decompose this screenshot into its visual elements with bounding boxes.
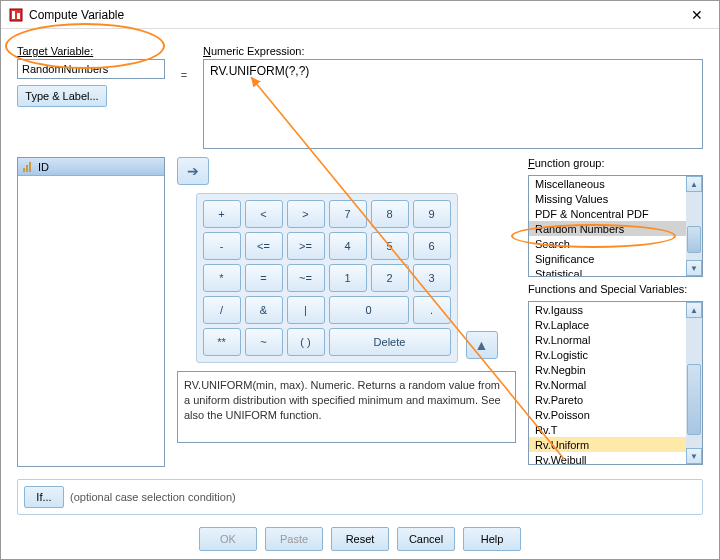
- function-group-list[interactable]: MiscellaneousMissing ValuesPDF & Noncent…: [528, 175, 703, 277]
- key-eq[interactable]: =: [245, 264, 283, 292]
- svg-rect-3: [23, 168, 25, 172]
- case-selection-row: If... (optional case selection condition…: [17, 479, 703, 515]
- svg-rect-1: [12, 11, 15, 19]
- function-item[interactable]: Rv.Lnormal: [529, 332, 686, 347]
- scale-variable-icon: [22, 161, 34, 173]
- scroll-down-icon[interactable]: ▼: [686, 448, 702, 464]
- key-lt[interactable]: <: [245, 200, 283, 228]
- function-item[interactable]: Rv.Weibull: [529, 452, 686, 465]
- help-button[interactable]: Help: [463, 527, 521, 551]
- if-button[interactable]: If...: [24, 486, 64, 508]
- insert-function-button[interactable]: ▲: [466, 331, 498, 359]
- key-gte[interactable]: >=: [287, 232, 325, 260]
- function-item[interactable]: Rv.Poisson: [529, 407, 686, 422]
- equals-sign: =: [177, 69, 191, 81]
- key-1[interactable]: 1: [329, 264, 367, 292]
- scroll-down-icon[interactable]: ▼: [686, 260, 702, 276]
- key-minus[interactable]: -: [203, 232, 241, 260]
- function-item[interactable]: Rv.T: [529, 422, 686, 437]
- app-icon: [9, 8, 23, 22]
- key-power[interactable]: **: [203, 328, 241, 356]
- key-or[interactable]: |: [287, 296, 325, 324]
- scroll-up-icon[interactable]: ▲: [686, 302, 702, 318]
- scroll-up-icon[interactable]: ▲: [686, 176, 702, 192]
- functions-label: Functions and Special Variables:: [528, 283, 703, 295]
- key-plus[interactable]: +: [203, 200, 241, 228]
- close-button[interactable]: ✕: [683, 5, 711, 25]
- key-not[interactable]: ~: [245, 328, 283, 356]
- svg-rect-5: [29, 162, 31, 172]
- function-item[interactable]: Rv.Uniform: [529, 437, 686, 452]
- function-item[interactable]: Rv.Pareto: [529, 392, 686, 407]
- scrollbar[interactable]: ▲ ▼: [686, 302, 702, 464]
- scrollbar[interactable]: ▲ ▼: [686, 176, 702, 276]
- function-group-item[interactable]: Miscellaneous: [529, 176, 686, 191]
- variable-name: ID: [38, 161, 49, 173]
- numeric-expression-input[interactable]: RV.UNIFORM(?,?): [203, 59, 703, 149]
- key-parens[interactable]: ( ): [287, 328, 325, 356]
- move-to-expression-button[interactable]: ➔: [177, 157, 209, 185]
- key-dot[interactable]: .: [413, 296, 451, 324]
- functions-list[interactable]: Rv.IgaussRv.LaplaceRv.LnormalRv.Logistic…: [528, 301, 703, 465]
- function-item[interactable]: Rv.Laplace: [529, 317, 686, 332]
- numeric-expression-label: Numeric Expression:: [203, 45, 703, 57]
- key-7[interactable]: 7: [329, 200, 367, 228]
- variable-list[interactable]: ID: [17, 157, 165, 467]
- target-variable-input[interactable]: [17, 59, 165, 79]
- compute-variable-dialog: Compute Variable ✕ Target Variable: Type…: [0, 0, 720, 560]
- function-group-item[interactable]: Search: [529, 236, 686, 251]
- function-group-item[interactable]: Significance: [529, 251, 686, 266]
- function-group-label: Function group:: [528, 157, 703, 169]
- function-group-item[interactable]: Random Numbers: [529, 221, 686, 236]
- window-title: Compute Variable: [29, 8, 683, 22]
- if-hint-text: (optional case selection condition): [70, 491, 236, 503]
- svg-rect-2: [17, 13, 20, 19]
- key-5[interactable]: 5: [371, 232, 409, 260]
- dialog-button-row: OK Paste Reset Cancel Help: [17, 527, 703, 551]
- svg-rect-0: [10, 9, 22, 21]
- target-variable-label: Target Variable:: [17, 45, 165, 57]
- function-group-item[interactable]: Missing Values: [529, 191, 686, 206]
- cancel-button[interactable]: Cancel: [397, 527, 455, 551]
- function-item[interactable]: Rv.Logistic: [529, 347, 686, 362]
- key-multiply[interactable]: *: [203, 264, 241, 292]
- key-6[interactable]: 6: [413, 232, 451, 260]
- function-item[interactable]: Rv.Normal: [529, 377, 686, 392]
- function-item[interactable]: Rv.Negbin: [529, 362, 686, 377]
- key-lte[interactable]: <=: [245, 232, 283, 260]
- variable-list-item[interactable]: ID: [18, 158, 164, 176]
- key-9[interactable]: 9: [413, 200, 451, 228]
- key-gt[interactable]: >: [287, 200, 325, 228]
- function-description: RV.UNIFORM(min, max). Numeric. Returns a…: [177, 371, 516, 443]
- paste-button[interactable]: Paste: [265, 527, 323, 551]
- function-group-item[interactable]: PDF & Noncentral PDF: [529, 206, 686, 221]
- key-8[interactable]: 8: [371, 200, 409, 228]
- reset-button[interactable]: Reset: [331, 527, 389, 551]
- function-group-item[interactable]: Statistical: [529, 266, 686, 277]
- key-divide[interactable]: /: [203, 296, 241, 324]
- key-and[interactable]: &: [245, 296, 283, 324]
- key-4[interactable]: 4: [329, 232, 367, 260]
- key-delete[interactable]: Delete: [329, 328, 451, 356]
- key-0[interactable]: 0: [329, 296, 409, 324]
- key-neq[interactable]: ~=: [287, 264, 325, 292]
- key-2[interactable]: 2: [371, 264, 409, 292]
- function-item[interactable]: Rv.Igauss: [529, 302, 686, 317]
- type-and-label-button[interactable]: Type & Label...: [17, 85, 107, 107]
- svg-rect-4: [26, 165, 28, 172]
- keypad: + < > 7 8 9 - <= >= 4 5 6 * = ~=: [196, 193, 458, 363]
- ok-button[interactable]: OK: [199, 527, 257, 551]
- titlebar: Compute Variable ✕: [1, 1, 719, 29]
- key-3[interactable]: 3: [413, 264, 451, 292]
